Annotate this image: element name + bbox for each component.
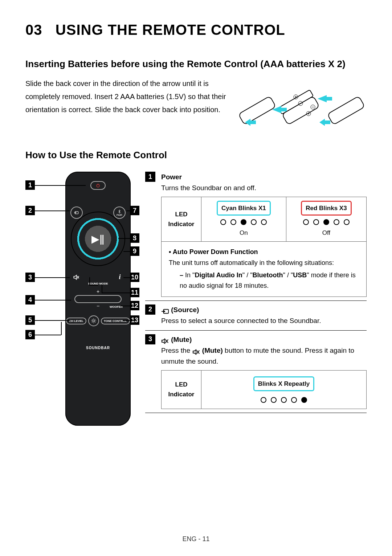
callout-1: 1 xyxy=(25,180,35,190)
play-pause-icon: ▶ǁ xyxy=(91,233,105,245)
chapter-title: USING THE REMOTE CONTROL xyxy=(56,22,285,38)
svg-point-25 xyxy=(93,320,94,322)
mute-text: Press the (Mute) button to mute the soun… xyxy=(161,347,354,365)
led-label: LED Indicator xyxy=(162,197,201,241)
tone-control-button: TONE CONTROL xyxy=(101,318,130,324)
callout-3: 3 xyxy=(25,273,35,282)
state-on: On xyxy=(206,228,282,238)
desc-num-2: 2 xyxy=(145,304,155,315)
power-led-table: LED Indicator Cyan Blinks X1 On Red Blin… xyxy=(161,197,367,242)
callout-4: 4 xyxy=(25,295,35,304)
mute-title: (Mute) xyxy=(171,336,192,343)
sound-mode-connector xyxy=(93,273,103,281)
callout-6: 6 xyxy=(25,330,35,339)
mute-led-label: LED Indicator xyxy=(162,370,201,409)
pair-button-graphic: PAIR xyxy=(113,207,126,219)
desc-mute: 3 (Mute) Press the (Mute) button to mute… xyxy=(145,334,367,409)
mute-icon xyxy=(71,273,82,281)
callout-5: 5 xyxy=(25,315,35,325)
note-sub: In "Digital Audio In" / "Bluetooth" / "U… xyxy=(180,270,359,291)
power-text: Turns the Soundbar on and off. xyxy=(161,184,256,192)
red-blink-title: Red Blinks X3 xyxy=(301,201,351,216)
batteries-figure xyxy=(236,77,367,135)
remote-diagram: PAIR ▶ǁ i SOUND MODE + − WOOFER CH LEVEL… xyxy=(25,172,134,433)
svg-marker-28 xyxy=(162,339,165,343)
svg-marker-31 xyxy=(193,350,196,355)
brand-label: SOUNDBAR xyxy=(65,346,131,350)
svg-marker-7 xyxy=(319,119,330,126)
ch-level-button: CH LEVEL xyxy=(66,318,86,324)
source-text: Press to select a source connected to th… xyxy=(161,317,321,324)
source-icon xyxy=(161,307,169,314)
desc-num-1: 1 xyxy=(145,172,155,182)
svg-rect-0 xyxy=(238,96,276,125)
nav-ring: ▶ǁ xyxy=(71,212,125,266)
svg-marker-5 xyxy=(318,95,332,102)
batteries-text: Slide the back cover in the direction of… xyxy=(25,77,227,135)
batteries-title: Inserting Batteries before using the Rem… xyxy=(25,58,367,70)
led-dots-mute xyxy=(261,397,307,403)
pair-label: PAIR xyxy=(117,214,122,216)
power-title: Power xyxy=(161,173,182,181)
howto-title: How to Use the Remote Control xyxy=(25,150,367,161)
volume-plus-icon: + xyxy=(97,289,99,294)
mute-led-table: LED Indicator Blinks X Repeatly xyxy=(161,370,367,409)
chapter-number: 03 xyxy=(25,22,42,38)
svg-rect-3 xyxy=(327,96,365,125)
state-off: Off xyxy=(291,228,362,238)
note-text: The unit turns off automatically in the … xyxy=(169,259,334,266)
desc-power: 1 Power Turns the Soundbar on and off. L… xyxy=(145,172,367,297)
desc-num-3: 3 xyxy=(145,334,155,344)
chapter-heading: 03 USING THE REMOTE CONTROL xyxy=(25,22,367,38)
mute-blink-title: Blinks X Repeatly xyxy=(253,376,315,391)
source-title: (Source) xyxy=(171,306,199,314)
svg-marker-22 xyxy=(74,275,77,279)
sound-mode-label: SOUND MODE xyxy=(65,282,131,285)
auto-power-down-note: Auto Power Down Function The unit turns … xyxy=(161,242,367,297)
cyan-blink-title: Cyan Blinks X1 xyxy=(217,201,271,216)
power-button-graphic xyxy=(90,181,106,190)
volume-rocker xyxy=(74,295,122,303)
gear-icon xyxy=(88,315,99,326)
mute-title-icon xyxy=(161,337,169,343)
volume-minus-icon: − xyxy=(97,303,99,309)
page-footer: ENG - 11 xyxy=(0,535,392,543)
desc-source: 2 (Source) Press to select a source conn… xyxy=(145,304,367,327)
callout-2: 2 xyxy=(25,206,35,215)
led-dots-off xyxy=(291,219,362,225)
note-title: Auto Power Down Function xyxy=(173,248,258,255)
led-dots-on xyxy=(206,219,282,225)
mute-inline-icon xyxy=(192,348,200,354)
